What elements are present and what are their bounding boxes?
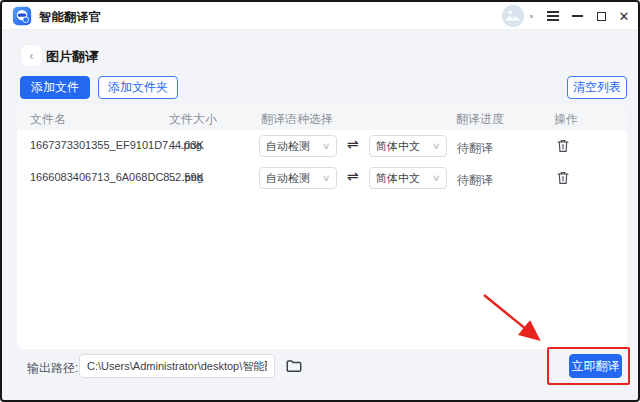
hamburger-menu-icon — [547, 11, 559, 21]
chevron-down-icon: ∨ — [322, 173, 331, 183]
target-language-value: 简体中文 — [376, 139, 420, 154]
translate-now-button[interactable]: 立即翻译 — [569, 354, 622, 378]
source-language-value: 自动检测 — [266, 171, 310, 186]
chevron-down-icon: ∨ — [322, 141, 331, 151]
source-language-value: 自动检测 — [266, 139, 310, 154]
app-window: 智能翻译官 ✕ ‹ 图片翻译 添加文件 添加文件夹 清空列表 — [0, 0, 640, 402]
menu-button[interactable] — [544, 8, 562, 24]
close-icon: ✕ — [619, 10, 630, 23]
header-language-select: 翻译语种选择 — [261, 111, 333, 128]
add-file-button[interactable]: 添加文件 — [20, 76, 90, 99]
minimize-button[interactable] — [568, 8, 586, 24]
back-button[interactable]: ‹ — [21, 45, 42, 66]
chevron-down-icon: ∨ — [432, 141, 441, 151]
header-progress: 翻译进度 — [456, 111, 504, 128]
header-filesize: 文件大小 — [169, 111, 217, 128]
filesize: 44.03K — [169, 139, 204, 151]
app-logo-icon — [12, 6, 32, 26]
chevron-down-icon: ∨ — [432, 173, 441, 183]
swap-languages-icon[interactable]: ⇌ — [347, 137, 359, 151]
app-title: 智能翻译官 — [39, 9, 102, 26]
maximize-button[interactable] — [592, 8, 610, 24]
swap-languages-icon[interactable]: ⇌ — [347, 169, 359, 183]
image-placeholder-icon — [502, 5, 524, 27]
caret-down-icon[interactable] — [91, 51, 99, 57]
status-text: 待翻译 — [457, 140, 493, 157]
header-actions: 操作 — [554, 111, 578, 128]
table-row: 1667373301355_EF9101D7... .png 44.03K 自动… — [17, 130, 627, 162]
clear-list-button[interactable]: 清空列表 — [567, 76, 627, 99]
target-language-value: 简体中文 — [376, 171, 420, 186]
output-path-input[interactable] — [79, 354, 275, 378]
trash-icon[interactable] — [555, 138, 571, 154]
target-language-select[interactable]: 简体中文 ∨ — [369, 135, 447, 157]
table-row: 1666083406713_6A068DC8... .png 52.59K 自动… — [17, 162, 627, 194]
target-language-select[interactable]: 简体中文 ∨ — [369, 167, 447, 189]
close-button[interactable]: ✕ — [615, 8, 633, 24]
folder-browse-icon[interactable] — [285, 357, 303, 375]
avatar[interactable] — [502, 5, 524, 27]
maximize-icon — [597, 12, 606, 21]
titlebar: 智能翻译官 ✕ — [2, 2, 638, 30]
source-language-select[interactable]: 自动检测 ∨ — [259, 135, 337, 157]
file-table: 文件名 文件大小 翻译语种选择 翻译进度 操作 1667373301355_EF… — [17, 104, 627, 349]
table-header-row: 文件名 文件大小 翻译语种选择 翻译进度 操作 — [17, 104, 627, 130]
header-filename: 文件名 — [30, 111, 66, 128]
status-text: 待翻译 — [457, 172, 493, 189]
minimize-icon — [572, 15, 583, 17]
filesize: 52.59K — [169, 171, 204, 183]
output-path-label: 输出路径: — [27, 360, 78, 377]
chevron-left-icon: ‹ — [29, 48, 33, 63]
avatar-caret-icon — [530, 15, 533, 18]
source-language-select[interactable]: 自动检测 ∨ — [259, 167, 337, 189]
add-folder-button[interactable]: 添加文件夹 — [98, 76, 178, 99]
trash-icon[interactable] — [555, 170, 571, 186]
